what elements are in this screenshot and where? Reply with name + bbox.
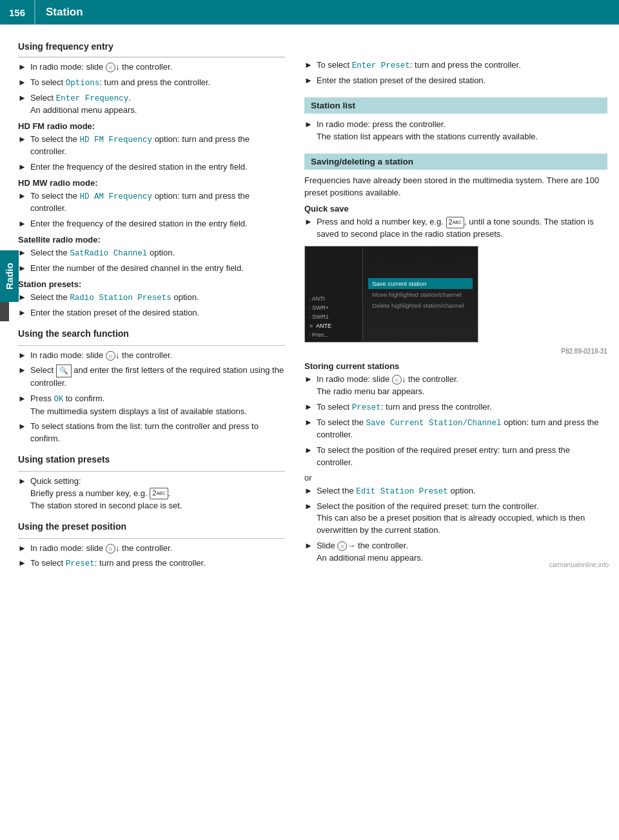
bullet-text: Select Enter Frequency.An additional men… <box>30 92 285 117</box>
bullet-text: In radio mode: press the controller.The … <box>317 119 607 143</box>
radio-left-item-selected: ► ANTE <box>305 321 362 330</box>
controller-icon: ○ <box>392 375 402 385</box>
list-item: ► To select Preset: turn and press the c… <box>18 557 285 570</box>
page-title: Station <box>35 6 83 19</box>
mono-hd-am-freq: HD AM Frequency <box>79 192 152 201</box>
bullet-arrow: ► <box>18 92 26 105</box>
bullet-text: Select 🔍 and enter the first letters of … <box>30 365 285 390</box>
bullet-arrow: ► <box>18 218 26 230</box>
radio-left-item: · SWR+ <box>305 303 362 312</box>
radio-ui-inner: · ANTI · SWR+ · SWR1 ► ANTE · Pres... Sa… <box>305 246 478 342</box>
list-item: ► In radio mode: slide ○↓ the controller… <box>18 350 285 362</box>
list-item: ► Select the Edit Station Preset option. <box>304 485 607 497</box>
bullet-arrow: ► <box>304 401 313 414</box>
bullet-arrow: ► <box>304 445 313 457</box>
radio-left-panel: · ANTI · SWR+ · SWR1 ► ANTE · Pres... <box>305 246 363 342</box>
radio-menu-move: Move highlighted station/channel <box>368 289 473 300</box>
bullet-text: In radio mode: slide ○↓ the controller.T… <box>317 374 607 398</box>
list-item: ► To select the HD AM Frequency option: … <box>18 190 285 215</box>
list-item: ► Select the Radio Station Presets optio… <box>18 292 285 304</box>
list-item: ► To select Options: turn and press the … <box>18 77 285 89</box>
saving-deleting-intro: Frequencies have already been stored in … <box>304 175 607 199</box>
bullet-arrow: ► <box>304 59 313 72</box>
mono-enter-preset: Enter Preset <box>352 61 410 70</box>
sub-heading-station-presets: Station presets: <box>18 279 285 289</box>
bullet-text: To select Enter Preset: turn and press t… <box>317 59 607 72</box>
list-item: ► Select Enter Frequency.An additional m… <box>18 92 285 117</box>
mono-ok: OK <box>54 395 63 404</box>
bullet-text: In radio mode: slide ○↓ the controller. <box>30 350 285 362</box>
page-header: 156 Station <box>0 0 619 25</box>
list-item: ► Select 🔍 and enter the first letters o… <box>18 365 285 390</box>
bullet-text: To select Preset: turn and press the con… <box>30 557 285 570</box>
mono-save-current-station: Save Current Station/Channel <box>366 419 501 428</box>
list-item: ► Enter the frequency of the desired sta… <box>18 161 285 174</box>
list-item: ► Enter the station preset of the desire… <box>304 75 607 87</box>
bullet-arrow: ► <box>18 557 26 570</box>
list-item: ► To select the position of the required… <box>304 445 607 469</box>
image-caption: P82.89-0218-31 <box>304 348 607 355</box>
section-divider-3 <box>18 471 285 472</box>
bullet-arrow: ► <box>18 350 26 362</box>
section-search-function: Using the search function ► In radio mod… <box>18 328 285 446</box>
mono-preset-storing: Preset <box>352 403 381 412</box>
mono-enter-frequency: Enter Frequency <box>56 94 129 103</box>
bullet-arrow: ► <box>18 475 26 488</box>
radio-menu-delete: Delete highlighted station/channel <box>368 300 473 311</box>
bullet-text: Select the Edit Station Preset option. <box>317 485 607 497</box>
bullet-arrow: ► <box>18 365 26 377</box>
radio-left-item: · Pres... <box>305 330 362 339</box>
bullet-text: Select the Radio Station Presets option. <box>30 292 285 304</box>
bullet-text: Enter the number of the desired channel … <box>30 263 285 275</box>
bullet-arrow: ► <box>304 119 313 131</box>
list-item: ► Enter the number of the desired channe… <box>18 263 285 275</box>
bullet-arrow: ► <box>18 134 26 146</box>
bullet-arrow: ► <box>18 393 26 405</box>
list-item: ► Select the SatRadio Channel option. <box>18 247 285 259</box>
section-title-preset-position: Using the preset position <box>18 521 285 532</box>
controller-icon: ○ <box>106 63 115 72</box>
bullet-arrow: ► <box>18 421 26 433</box>
controller-icon: ○ <box>106 544 115 554</box>
radio-left-item: · SWR1 <box>305 312 362 321</box>
mono-preset: Preset <box>66 559 95 568</box>
bullet-arrow: ► <box>304 374 313 386</box>
continue-section: ► To select Enter Preset: turn and press… <box>304 59 607 87</box>
controller-right-icon: ○ <box>337 541 347 551</box>
bullet-text: To select Preset: turn and press the con… <box>317 401 607 414</box>
bullet-arrow: ► <box>18 543 26 555</box>
sub-heading-satellite: Satellite radio mode: <box>18 235 285 245</box>
bullet-text: To select the position of the required p… <box>317 445 607 469</box>
list-item: ► In radio mode: press the controller.Th… <box>304 119 607 143</box>
radio-left-item: · ANTI <box>305 294 362 303</box>
bullet-arrow: ► <box>304 216 313 228</box>
radio-menu-save: Save current station <box>368 278 473 289</box>
bullet-text: Select the position of the required pres… <box>317 501 607 537</box>
section-saving-deleting: Saving/deleting a station Frequencies ha… <box>304 154 607 565</box>
quick-save-label: Quick save <box>304 204 607 214</box>
mono-satradio-channel: SatRadio Channel <box>70 249 147 258</box>
section-preset-position: Using the preset position ► In radio mod… <box>18 521 285 570</box>
left-column: Using frequency entry ► In radio mode: s… <box>0 36 297 574</box>
list-item: ► To select the Save Current Station/Cha… <box>304 417 607 441</box>
section-station-presets: Using station presets ► Quick setting: B… <box>18 454 285 512</box>
section-divider-2 <box>18 345 285 346</box>
list-item: ► To select Enter Preset: turn and press… <box>304 59 607 72</box>
radio-ui-image: · ANTI · SWR+ · SWR1 ► ANTE · Pres... Sa… <box>304 246 478 343</box>
list-item: ► In radio mode: slide ○↓ the controller… <box>304 374 607 398</box>
key-2-quicksave: 2ABC <box>446 217 465 228</box>
list-item: ► Press OK to confirm.The multimedia sys… <box>18 393 285 417</box>
mono-options: Options <box>66 79 100 88</box>
section-title-search: Using the search function <box>18 328 285 339</box>
page-number: 156 <box>0 0 35 25</box>
bullet-arrow: ► <box>18 307 26 319</box>
bullet-arrow: ► <box>18 247 26 259</box>
bullet-arrow: ► <box>18 77 26 89</box>
sub-heading-hd-fm: HD FM radio mode: <box>18 121 285 131</box>
section-title-station-presets: Using station presets <box>18 454 285 465</box>
bullet-arrow: ► <box>304 75 313 87</box>
bullet-text: To select the Save Current Station/Chann… <box>317 417 607 441</box>
bullet-text: Enter the station preset of the desired … <box>30 307 285 319</box>
watermark: carmanualonline.info <box>549 561 609 568</box>
bullet-text: Select the SatRadio Channel option. <box>30 247 285 259</box>
